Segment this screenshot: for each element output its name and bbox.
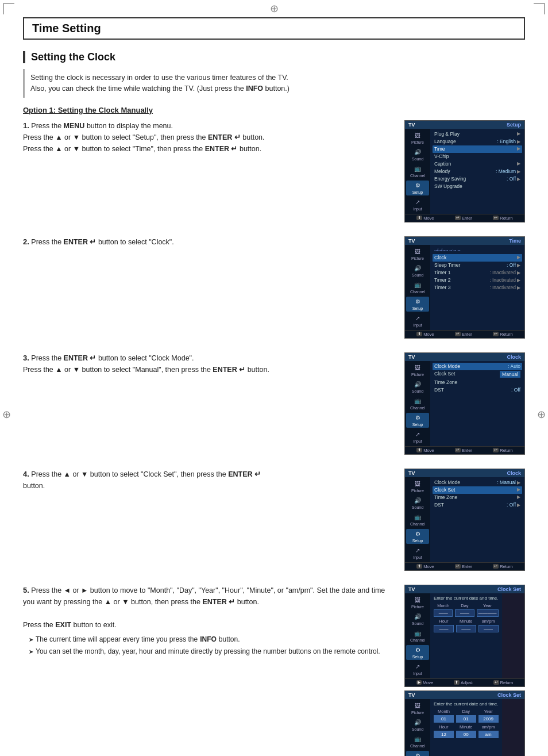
enter-icon: ↵ [455, 216, 461, 220]
css-sidebar-sound: 🔊 Sound [406, 496, 429, 511]
sub-bullet-2: You can set the month, day, year, hour a… [29, 646, 393, 657]
csf-time-grid: Hour 12 Minute 00 am/pm am [434, 724, 499, 738]
step-4-row: 4. Press the ▲ or ▼ button to select "Cl… [23, 469, 525, 574]
cse-month-label: Month [434, 603, 453, 608]
cm-setup-icon: ⚙ [414, 414, 422, 422]
csf-setup: ⚙ Setup [406, 751, 429, 757]
time-footer-move: ⬆ Move [416, 332, 434, 337]
csf-tv-label: TV [408, 692, 415, 698]
csf-month-label: Month [434, 709, 454, 714]
cse-move-icon: ▶ [416, 680, 422, 685]
setup-footer: ⬆ Move ↵ Enter ↩ Return [405, 214, 524, 222]
cse-year-label: Year [477, 603, 499, 608]
cm-dst: DST: Off [433, 386, 522, 394]
cse-day-col: Day —— [455, 603, 474, 617]
time-input-icon: ↗ [414, 314, 422, 323]
step-4-image: TV Clock 🖼 Picture 🔊 Sound [404, 469, 525, 574]
css-tv-label: TV [408, 470, 415, 476]
csf-month-col: Month 01 [434, 709, 454, 723]
csf-year-input: 2009 [478, 715, 499, 723]
clock-mode-title: Clock [507, 354, 521, 360]
cse-month-col: Month —— [434, 603, 453, 617]
step-3-image: TV Clock 🖼 Picture 🔊 Sound [404, 352, 525, 458]
menu-caption: Caption▶ [433, 160, 522, 168]
css-body: 🖼 Picture 🔊 Sound 📺 Channel [405, 477, 524, 562]
sidebar-picture-label: Picture [411, 140, 424, 144]
step-2-row: 2. Press the ENTER ↵ button to select "C… [23, 236, 525, 342]
cse-hour-col: Hour —— [434, 619, 454, 632]
intro-line2-end: button.) [263, 85, 290, 93]
clock-mode-content: Clock Mode: Auto Clock Set Manual Time Z… [430, 361, 524, 446]
cse-tv-label: TV [408, 586, 415, 592]
clock-mode-tv-label: TV [408, 354, 415, 360]
intro-line2: Also, you can check the time while watch… [30, 83, 519, 94]
css-dst: DST: Off ▶ [433, 501, 522, 509]
step-2-text: 2. Press the ENTER ↵ button to select "C… [23, 236, 404, 248]
menu-energy: Energy Saving: Off ▶ [433, 175, 522, 183]
csf-channel: 📺 Channel [406, 734, 429, 749]
csf-picture-icon: 🖼 [414, 702, 422, 710]
time-timer2: Timer 2: Inactivated ▶ [433, 277, 522, 284]
cse-year-col: Year ———— [477, 603, 499, 617]
cm-sidebar-input: ↗ Input [406, 429, 429, 444]
css-footer-enter: ↵ Enter [455, 564, 472, 569]
time-content: --/--/---- --:-- -- Clock▶ Sleep Timer: … [430, 245, 524, 330]
input-icon: ↗ [414, 198, 422, 206]
csf-date-grid: Month 01 Day 01 Year 2009 [434, 709, 499, 723]
cm-picture-icon: 🖼 [414, 364, 422, 372]
csf-sound-icon: 🔊 [414, 719, 422, 727]
crosshair-right-icon: ⊕ [537, 408, 546, 421]
steps-area: 1. Press the MENU button to display the … [23, 120, 525, 757]
time-sidebar-setup: ⚙ Setup [406, 297, 429, 312]
csf-ampm-label: am/pm [478, 724, 499, 730]
css-timezone: Time Zone▶ [433, 494, 522, 501]
time-sidebar-sound: 🔊 Sound [406, 263, 429, 278]
step-2-image: TV Time 🖼 Picture 🔊 Sound [404, 236, 525, 342]
time-footer-return: ↩ Return [493, 332, 513, 337]
setup-menu-header: TV Setup [405, 121, 524, 129]
cm-sidebar-channel: 📺 Channel [406, 396, 429, 411]
sidebar-sound-label: Sound [412, 157, 423, 161]
clock-set-filled-screen: TV Clock Set 🖼 Picture 🔊 Sound [404, 690, 525, 757]
intro-block: Setting the clock is necessary in order … [23, 69, 525, 98]
csf-day-input: 01 [456, 715, 476, 723]
clock-mode-sidebar: 🖼 Picture 🔊 Sound 📺 Channel [405, 361, 430, 446]
footer-move: ⬆ Move [416, 216, 434, 221]
css-sidebar-setup: ⚙ Setup [406, 529, 429, 544]
css-clock-mode: Clock Mode: Manual ▶ [433, 479, 522, 486]
css-sidebar: 🖼 Picture 🔊 Sound 📺 Channel [405, 477, 430, 562]
setup-content: Plug & Play▶ Language: English ▶ Time▶ V… [430, 129, 524, 214]
intro-info-bold: INFO [246, 85, 263, 93]
cm-sidebar-picture: 🖼 Picture [406, 363, 429, 378]
css-sidebar-picture: 🖼 Picture [406, 479, 429, 494]
cse-sidebar: 🖼 Picture 🔊 Sound 📺 Channel [405, 593, 430, 678]
css-clock-set: Clock Set▶ [433, 486, 522, 494]
time-display: --/--/---- --:-- -- [433, 247, 522, 253]
clock-set-select-menu: TV Clock 🖼 Picture 🔊 Sound [404, 469, 525, 571]
cse-date-grid: Month —— Day —— Year ———— [434, 603, 499, 617]
csf-minute-col: Minute 00 [456, 724, 476, 738]
menu-vchip: V-Chip [433, 153, 522, 160]
cse-title: Clock Set [497, 586, 521, 592]
cm-sidebar-sound: 🔊 Sound [406, 379, 429, 394]
sidebar-sound: 🔊 Sound [406, 147, 429, 162]
cse-ampm-label: am/pm [478, 619, 499, 624]
cse-picture-icon: 🖼 [414, 596, 422, 604]
csf-channel-icon: 📺 [414, 735, 422, 743]
cm-return-icon: ↩ [493, 448, 499, 452]
csf-hour-input: 12 [434, 731, 454, 738]
step-1-row: 1. Press the MENU button to display the … [23, 120, 525, 226]
sidebar-channel: 📺 Channel [406, 164, 429, 179]
cse-ampm-input: —— [478, 625, 499, 632]
step-5-image: TV Clock Set 🖼 Picture 🔊 Sound [404, 585, 525, 757]
cse-day-input: —— [455, 609, 474, 617]
csf-label: Enter the current date and time. [434, 701, 499, 707]
sidebar-channel-label: Channel [410, 174, 425, 178]
clock-mode-menu: TV Clock 🖼 Picture 🔊 Sound [404, 352, 525, 455]
css-footer-move: ⬆ Move [416, 564, 434, 569]
page: ⊕ ⊕ ⊕ ⊕ Time Setting Setting the Clock S… [0, 0, 548, 756]
time-menu-name: Time [509, 238, 521, 244]
cse-body: 🖼 Picture 🔊 Sound 📺 Channel [405, 593, 524, 678]
clock-mode-header: TV Clock [405, 353, 524, 361]
cse-setup-icon: ⚙ [414, 646, 422, 654]
